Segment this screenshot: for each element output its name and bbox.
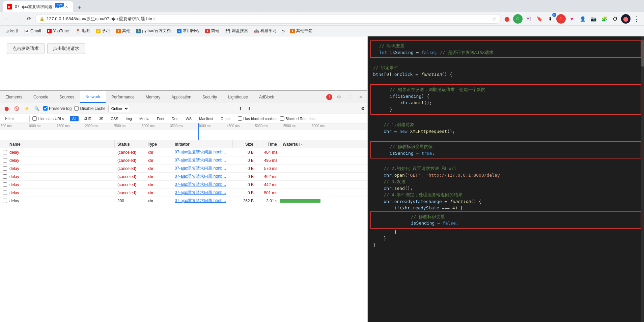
- tab-network[interactable]: Network: [80, 91, 106, 103]
- filter-tag-font[interactable]: Font: [155, 116, 167, 121]
- address-bar[interactable]: 🔒 127.0.0.1:8848/ajax/原生ajax/07-ajax重复请求…: [35, 14, 501, 24]
- downloads-icon[interactable]: ⬇ N: [545, 14, 555, 24]
- import-har-button[interactable]: ⬆: [237, 105, 244, 112]
- has-blocked-cookies-checkbox[interactable]: Has blocked cookies: [238, 116, 277, 121]
- active-tab[interactable]: ▶ 07-ajax重复请求问题.html New ×: [3, 1, 73, 12]
- row-initiator-cell[interactable]: 07-ajax重复请求问题.html:…: [172, 156, 233, 164]
- filter-tag-ws[interactable]: WS: [183, 116, 194, 121]
- google-apps-icon[interactable]: G: [513, 14, 523, 24]
- record-button[interactable]: ⬤: [3, 105, 10, 112]
- preserve-log-input[interactable]: [43, 106, 48, 111]
- filter-tag-img[interactable]: Img: [123, 116, 134, 121]
- disable-cache-input[interactable]: [74, 106, 79, 111]
- devtools-more-icon[interactable]: ⋮: [346, 93, 354, 101]
- row-initiator-cell[interactable]: 07-ajax重复请求问题.html:…: [172, 165, 233, 172]
- row-initiator-cell[interactable]: 07-ajax重复请求问题.html:…: [172, 181, 233, 188]
- dt-settings-icon[interactable]: ⚙: [361, 106, 365, 111]
- bookmark-star-icon[interactable]: ☆: [492, 16, 497, 22]
- table-row[interactable]: delay 200 xhr 07-ajax重复请求问题.html:… 262 B…: [0, 197, 367, 205]
- profile-icon[interactable]: 👤: [578, 14, 587, 24]
- history-icon[interactable]: ⏱: [610, 14, 620, 24]
- send-request-button[interactable]: 点击发送请求: [7, 43, 45, 54]
- search-button[interactable]: 🔍: [33, 105, 40, 112]
- table-row[interactable]: delay (canceled) xhr 07-ajax重复请求问题.html:…: [0, 173, 367, 181]
- tab-performance[interactable]: Performance: [106, 91, 140, 103]
- filter-tag-other[interactable]: Other: [218, 116, 232, 121]
- bookmark-maps[interactable]: 📍 地图: [73, 27, 92, 35]
- bookmark-other-books[interactable]: ★ 其他书签: [287, 27, 315, 35]
- tab-sources[interactable]: Sources: [54, 91, 80, 103]
- export-har-button[interactable]: ⬇: [246, 105, 253, 112]
- bookmark-gmail[interactable]: M Gmail: [22, 27, 44, 35]
- row-initiator-cell[interactable]: 07-ajax重复请求问题.html:…: [172, 148, 233, 156]
- throttle-select[interactable]: Online: [108, 105, 129, 112]
- bookmark-disk[interactable]: 💾 网盘搜索: [223, 27, 251, 35]
- extensions-puzzle-icon[interactable]: 🧩: [599, 14, 609, 24]
- cancel-request-button[interactable]: 点击取消请求: [47, 43, 85, 54]
- header-waterfall[interactable]: Waterfall ▲: [280, 140, 367, 148]
- editor-scrollbar-thumb[interactable]: [641, 40, 644, 67]
- tab-application[interactable]: Application: [166, 91, 197, 103]
- row-checkbox[interactable]: [3, 199, 7, 203]
- bookmark-machine[interactable]: 🤖 机器学习: [251, 27, 279, 35]
- bookmark-youtube[interactable]: ▶ YouTube: [44, 27, 72, 35]
- devtools-settings-icon[interactable]: ⚙: [335, 93, 343, 101]
- table-row[interactable]: delay (canceled) xhr 07-ajax重复请求问题.html:…: [0, 189, 367, 197]
- header-size[interactable]: Size: [233, 140, 256, 148]
- filter-tag-xhr[interactable]: XHR: [81, 116, 94, 121]
- bookmark-common[interactable]: ★ 常用网站: [174, 27, 202, 35]
- bookmark-more-button[interactable]: »: [280, 27, 287, 35]
- forward-button[interactable]: →: [13, 14, 23, 24]
- blocked-requests-checkbox[interactable]: Blocked Requests: [280, 116, 315, 121]
- bookmark-python[interactable]: 🐍 python官方文档: [134, 27, 173, 35]
- row-checkbox[interactable]: [3, 150, 7, 154]
- header-status[interactable]: Status: [115, 140, 145, 148]
- hide-data-urls-checkbox[interactable]: Hide data URLs: [32, 116, 64, 121]
- table-row[interactable]: delay (canceled) xhr 07-ajax重复请求问题.html:…: [0, 148, 367, 156]
- tab-elements[interactable]: Elements: [0, 91, 28, 103]
- row-checkbox[interactable]: [3, 191, 7, 195]
- has-blocked-cookies-input[interactable]: [238, 116, 242, 121]
- table-row[interactable]: delay (canceled) xhr 07-ajax重复请求问题.html:…: [0, 165, 367, 173]
- header-time[interactable]: Time: [256, 140, 280, 148]
- filter-tag-all[interactable]: All: [70, 116, 79, 121]
- row-initiator-cell[interactable]: 07-ajax重复请求问题.html:…: [172, 173, 233, 180]
- back-button[interactable]: ←: [3, 14, 12, 24]
- menu-icon[interactable]: ⋮: [632, 14, 641, 24]
- bookmark-manager-icon[interactable]: 🔖: [535, 14, 544, 24]
- table-row[interactable]: delay (canceled) xhr 07-ajax重复请求问题.html:…: [0, 181, 367, 189]
- filter-tag-manifest[interactable]: Manifest: [197, 116, 216, 121]
- row-initiator-cell[interactable]: 07-ajax重复请求问题.html:…: [172, 189, 233, 197]
- tab-close-button[interactable]: ×: [64, 4, 69, 9]
- tab-security[interactable]: Security: [197, 91, 223, 103]
- filter-tag-doc[interactable]: Doc: [169, 116, 181, 121]
- row-checkbox[interactable]: [3, 174, 7, 179]
- camera-icon[interactable]: 📷: [589, 14, 598, 24]
- bookmark-learn[interactable]: ★ 学习: [93, 27, 113, 35]
- filter-tag-js[interactable]: JS: [96, 116, 106, 121]
- circle-icon-1[interactable]: 🔴: [556, 14, 566, 24]
- header-name[interactable]: Name: [7, 140, 115, 148]
- row-initiator-cell[interactable]: 07-ajax重复请求问题.html:…: [172, 197, 233, 205]
- bookmark-front[interactable]: ★ 前端: [202, 27, 222, 35]
- tab-lighthouse[interactable]: Lighthouse: [223, 91, 254, 103]
- row-checkbox[interactable]: [3, 166, 7, 171]
- hide-data-urls-input[interactable]: [32, 116, 37, 121]
- tab-console[interactable]: Console: [28, 91, 54, 103]
- new-tab-button[interactable]: +: [75, 3, 84, 12]
- tab-memory[interactable]: Memory: [140, 91, 166, 103]
- filter-tag-css[interactable]: CSS: [108, 116, 121, 121]
- avatar-icon[interactable]: ⬤: [621, 14, 631, 24]
- header-initiator[interactable]: Initiator: [172, 140, 233, 148]
- tab-adblock[interactable]: AdBlock: [254, 91, 280, 103]
- preserve-log-checkbox[interactable]: Preserve log: [43, 106, 72, 111]
- table-row[interactable]: delay (canceled) xhr 07-ajax重复请求问题.html:…: [0, 156, 367, 165]
- row-checkbox[interactable]: [3, 158, 7, 163]
- clear-button[interactable]: 🚫: [13, 105, 20, 112]
- filter-toggle-button[interactable]: ⚡: [23, 105, 30, 112]
- bookmark-apps[interactable]: ⊞ 应用: [3, 27, 21, 35]
- disable-cache-checkbox[interactable]: Disable cache: [74, 106, 105, 111]
- filter-tag-media[interactable]: Media: [137, 116, 152, 121]
- bookmark-other[interactable]: ★ 其他: [113, 27, 133, 35]
- filter-input[interactable]: [3, 115, 30, 122]
